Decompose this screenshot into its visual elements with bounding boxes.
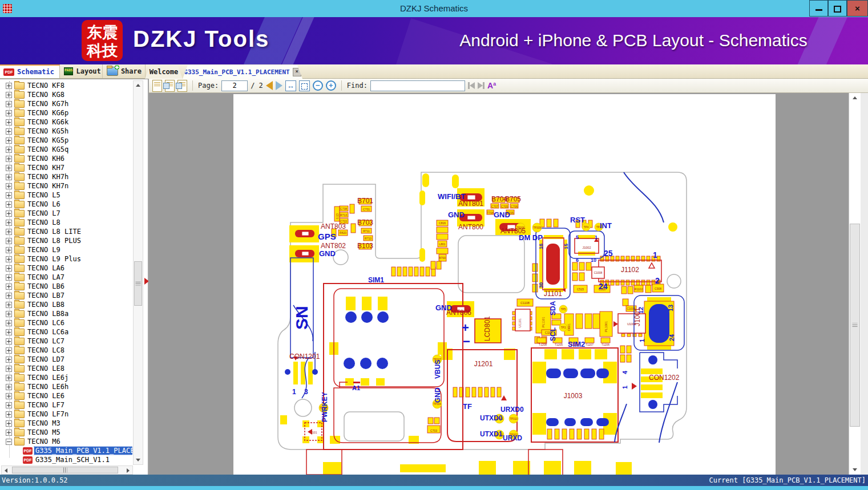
tree-item-folder[interactable]: TECNO LC8 bbox=[0, 346, 132, 355]
tree-item-folder[interactable]: TECNO LC7 bbox=[0, 337, 132, 346]
tree-item-folder[interactable]: TECNO KH7n bbox=[0, 181, 132, 191]
expand-toggle-icon[interactable] bbox=[6, 147, 12, 153]
tree-item-folder[interactable]: TECNO KG5q bbox=[0, 145, 132, 154]
tree-item-folder[interactable]: TECNO KG6k bbox=[0, 118, 132, 127]
expand-toggle-icon[interactable] bbox=[6, 338, 12, 345]
expand-toggle-icon[interactable] bbox=[6, 247, 12, 253]
fit-width-button[interactable]: ↔ bbox=[285, 80, 296, 91]
scroll-down-icon[interactable] bbox=[853, 468, 857, 471]
tree-item-folder[interactable]: TECNO LA7 bbox=[0, 273, 132, 282]
expand-toggle-icon[interactable] bbox=[6, 165, 12, 171]
snapshot-button[interactable] bbox=[177, 80, 187, 92]
expand-toggle-icon[interactable] bbox=[6, 274, 12, 281]
expand-toggle-icon[interactable] bbox=[6, 393, 12, 399]
expand-toggle-icon[interactable] bbox=[6, 119, 12, 125]
tree-item-folder[interactable]: TECNO KG5p bbox=[0, 136, 132, 145]
expand-toggle-icon[interactable] bbox=[6, 293, 12, 299]
expand-toggle-icon[interactable] bbox=[6, 357, 12, 363]
scroll-up-icon[interactable] bbox=[853, 96, 857, 99]
expand-toggle-icon[interactable] bbox=[6, 183, 12, 189]
tree-item-folder[interactable]: TECNO KF8 bbox=[0, 81, 132, 90]
tree-item-folder[interactable]: TECNO L9 bbox=[0, 245, 132, 254]
expand-toggle-icon[interactable] bbox=[6, 210, 12, 217]
copy-page-button[interactable] bbox=[165, 80, 175, 92]
find-next-button[interactable] bbox=[478, 82, 485, 89]
previous-page-button[interactable] bbox=[266, 81, 273, 90]
scroll-up-icon[interactable] bbox=[136, 84, 140, 87]
tree-item-folder[interactable]: TECNO M6 bbox=[0, 437, 132, 446]
tree-item-folder[interactable]: TECNO LC6 bbox=[0, 318, 132, 327]
tree-hscrollbar-thumb[interactable] bbox=[12, 467, 118, 473]
tree-item-folder[interactable]: TECNO LA6 bbox=[0, 264, 132, 273]
expand-toggle-icon[interactable] bbox=[6, 347, 12, 354]
tree-item-folder[interactable]: TECNO LB8 bbox=[0, 300, 132, 309]
document-viewer[interactable]: TP308TP309TP4TP2TP5TP3TP305TP307TP304TP3… bbox=[148, 93, 849, 475]
tree-item-folder[interactable]: TECNO LD7 bbox=[0, 355, 132, 364]
tree-item-folder[interactable]: TECNO KG7h bbox=[0, 99, 132, 108]
expand-toggle-icon[interactable] bbox=[6, 83, 12, 89]
tree-item-folder[interactable]: TECNO LC6a bbox=[0, 327, 132, 337]
page-input[interactable] bbox=[221, 80, 248, 91]
expand-toggle-icon[interactable] bbox=[6, 439, 12, 445]
tree-item-document[interactable]: PDFG335_Main_SCH_V1.1 bbox=[0, 455, 132, 464]
tab-layout[interactable]: PADS Layout bbox=[60, 64, 103, 78]
export-page-button[interactable] bbox=[152, 80, 162, 92]
tree-item-document[interactable]: PDFG335_Main_PCB_V1.1_PLACEMENT bbox=[0, 446, 132, 455]
expand-toggle-icon[interactable] bbox=[6, 156, 12, 162]
expand-toggle-icon[interactable] bbox=[6, 110, 12, 116]
tree-item-folder[interactable]: TECNO LE6j bbox=[0, 373, 132, 382]
tree-vertical-scrollbar[interactable] bbox=[133, 80, 143, 465]
tab-placement-document[interactable]: G335_Main_PCB_V1.1_PLACEMENT × bbox=[183, 65, 302, 79]
tree-item-folder[interactable]: TECNO KG5h bbox=[0, 127, 132, 136]
expand-toggle-icon[interactable] bbox=[6, 411, 12, 418]
tree-item-folder[interactable]: TECNO LE6h bbox=[0, 382, 132, 391]
expand-toggle-icon[interactable] bbox=[6, 402, 12, 408]
tree-item-folder[interactable]: TECNO KG6p bbox=[0, 108, 132, 118]
expand-toggle-icon[interactable] bbox=[6, 238, 12, 244]
expand-toggle-icon[interactable] bbox=[6, 137, 12, 144]
tree-item-folder[interactable]: TECNO M5 bbox=[0, 428, 132, 437]
scroll-left-icon[interactable] bbox=[5, 468, 7, 473]
find-input[interactable] bbox=[370, 80, 465, 91]
scroll-down-icon[interactable] bbox=[136, 459, 140, 461]
fit-page-button[interactable] bbox=[299, 80, 310, 91]
expand-toggle-icon[interactable] bbox=[6, 92, 12, 98]
expand-toggle-icon[interactable] bbox=[6, 174, 12, 180]
tree-item-folder[interactable]: TECNO LF7n bbox=[0, 410, 132, 419]
next-page-button[interactable] bbox=[276, 81, 282, 90]
scroll-right-icon[interactable] bbox=[127, 468, 130, 473]
tree-item-folder[interactable]: TECNO M3 bbox=[0, 419, 132, 428]
tree-item-folder[interactable]: TECNO KH6 bbox=[0, 154, 132, 163]
zoom-in-button[interactable]: + bbox=[326, 80, 336, 91]
expand-toggle-icon[interactable] bbox=[6, 201, 12, 208]
tree-item-folder[interactable]: TECNO LF7 bbox=[0, 400, 132, 410]
tree-item-folder[interactable]: TECNO LE6 bbox=[0, 391, 132, 400]
tree-item-folder[interactable]: TECNO KG8 bbox=[0, 90, 132, 99]
tab-schematic[interactable]: PDF Schematic bbox=[0, 64, 60, 78]
tree-item-folder[interactable]: TECNO L8 LITE bbox=[0, 227, 132, 236]
tree-horizontal-scrollbar[interactable] bbox=[1, 465, 133, 475]
match-case-icon[interactable]: Aª bbox=[487, 81, 496, 90]
tree-item-folder[interactable]: TECNO LB6 bbox=[0, 282, 132, 291]
viewer-scrollbar-thumb[interactable] bbox=[850, 224, 860, 427]
find-previous-button[interactable] bbox=[468, 82, 475, 89]
tree-item-folder[interactable]: TECNO KH7h bbox=[0, 172, 132, 181]
expand-toggle-icon[interactable] bbox=[6, 375, 12, 381]
close-tab-icon[interactable]: × bbox=[293, 68, 301, 76]
tab-welcome[interactable]: Welcome bbox=[145, 65, 183, 79]
tree-item-folder[interactable]: TECNO L6 bbox=[0, 200, 132, 209]
tree-scrollbar-thumb[interactable] bbox=[134, 261, 142, 306]
minimize-button[interactable] bbox=[809, 0, 828, 17]
tree-item-folder[interactable]: TECNO LB8a bbox=[0, 309, 132, 318]
viewer-vertical-scrollbar[interactable] bbox=[849, 93, 861, 475]
expand-toggle-icon[interactable] bbox=[6, 128, 12, 135]
close-button[interactable]: × bbox=[847, 0, 868, 17]
expand-toggle-icon[interactable] bbox=[6, 320, 12, 326]
tree-item-folder[interactable]: TECNO L8 PLUS bbox=[0, 236, 132, 245]
tree-item-folder[interactable]: TECNO LB7 bbox=[0, 291, 132, 300]
expand-toggle-icon[interactable] bbox=[6, 256, 12, 262]
tree-item-folder[interactable]: TECNO L9 Plus bbox=[0, 254, 132, 264]
tree-item-folder[interactable]: TECNO L5 bbox=[0, 191, 132, 200]
tree-item-folder[interactable]: TECNO LE8 bbox=[0, 364, 132, 373]
tree-item-folder[interactable]: TECNO KH7 bbox=[0, 163, 132, 172]
